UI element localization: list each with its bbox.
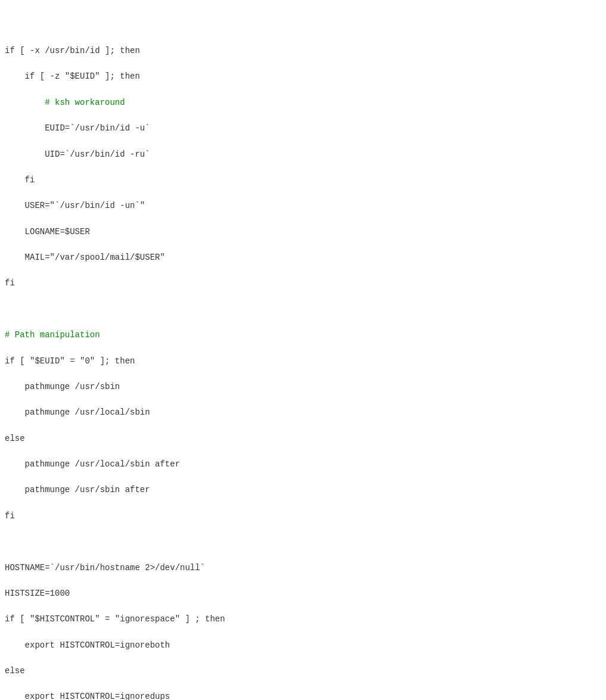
line-5: EUID=`/usr/bin/id -u` [5, 122, 601, 135]
line-1 [5, 19, 601, 32]
line-19: pathmunge /usr/sbin after [5, 484, 601, 497]
line-20: fi [5, 510, 601, 523]
line-17: else [5, 433, 601, 446]
line-4: # ksh workaround [5, 97, 601, 110]
line-9: LOGNAME=$USER [5, 226, 601, 239]
line-27: export HISTCONTROL=ignoredups [5, 690, 601, 700]
line-16: pathmunge /usr/local/sbin [5, 406, 601, 419]
line-14: if [ "$EUID" = "0" ]; then [5, 355, 601, 368]
line-22: HOSTNAME=`/usr/bin/hostname 2>/dev/null` [5, 562, 601, 575]
line-21 [5, 536, 601, 549]
line-11: fi [5, 277, 601, 290]
line-7: fi [5, 174, 601, 187]
line-6: UID=`/usr/bin/id -ru` [5, 148, 601, 161]
line-25: export HISTCONTROL=ignoreboth [5, 639, 601, 652]
line-15: pathmunge /usr/sbin [5, 381, 601, 394]
line-24: if [ "$HISTCONTROL" = "ignorespace" ] ; … [5, 613, 601, 626]
line-26: else [5, 665, 601, 678]
line-23: HISTSIZE=1000 [5, 587, 601, 601]
line-18: pathmunge /usr/local/sbin after [5, 458, 601, 471]
line-8: USER="`/usr/bin/id -un`" [5, 200, 601, 213]
line-3: if [ -z "$EUID" ]; then [5, 70, 601, 83]
code-block: if [ -x /usr/bin/id ]; then if [ -z "$EU… [0, 0, 606, 700]
line-13: # Path manipulation [5, 329, 601, 342]
line-12 [5, 303, 601, 316]
line-10: MAIL="/var/spool/mail/$USER" [5, 251, 601, 265]
line-2: if [ -x /usr/bin/id ]; then [5, 45, 601, 58]
